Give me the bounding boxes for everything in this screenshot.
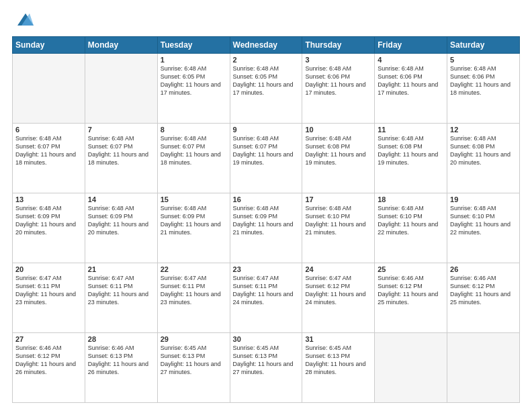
calendar-day-cell xyxy=(375,333,447,403)
day-info: Sunrise: 6:48 AM Sunset: 6:06 PM Dayligh… xyxy=(450,64,517,97)
calendar-day-cell: 19Sunrise: 6:48 AM Sunset: 6:10 PM Dayli… xyxy=(447,193,520,263)
calendar-day-cell: 1Sunrise: 6:48 AM Sunset: 6:05 PM Daylig… xyxy=(157,54,230,124)
day-number: 7 xyxy=(88,126,154,134)
day-info: Sunrise: 6:48 AM Sunset: 6:08 PM Dayligh… xyxy=(378,134,444,167)
day-number: 9 xyxy=(233,126,300,134)
day-number: 10 xyxy=(305,126,371,134)
calendar-week-row: 13Sunrise: 6:48 AM Sunset: 6:09 PM Dayli… xyxy=(13,193,520,263)
calendar-day-cell: 12Sunrise: 6:48 AM Sunset: 6:08 PM Dayli… xyxy=(447,124,520,193)
day-info: Sunrise: 6:48 AM Sunset: 6:09 PM Dayligh… xyxy=(15,204,82,237)
day-info: Sunrise: 6:47 AM Sunset: 6:11 PM Dayligh… xyxy=(88,274,154,307)
day-number: 30 xyxy=(233,335,300,343)
day-info: Sunrise: 6:48 AM Sunset: 6:08 PM Dayligh… xyxy=(305,134,371,167)
calendar-day-cell: 24Sunrise: 6:47 AM Sunset: 6:12 PM Dayli… xyxy=(302,263,375,333)
day-info: Sunrise: 6:48 AM Sunset: 6:06 PM Dayligh… xyxy=(305,64,371,97)
day-info: Sunrise: 6:45 AM Sunset: 6:13 PM Dayligh… xyxy=(161,344,227,377)
calendar-day-cell: 4Sunrise: 6:48 AM Sunset: 6:06 PM Daylig… xyxy=(375,54,447,124)
calendar-week-row: 6Sunrise: 6:48 AM Sunset: 6:07 PM Daylig… xyxy=(13,124,520,193)
day-info: Sunrise: 6:47 AM Sunset: 6:11 PM Dayligh… xyxy=(233,274,300,307)
day-info: Sunrise: 6:48 AM Sunset: 6:10 PM Dayligh… xyxy=(305,204,371,237)
day-info: Sunrise: 6:48 AM Sunset: 6:09 PM Dayligh… xyxy=(161,204,227,237)
day-info: Sunrise: 6:48 AM Sunset: 6:07 PM Dayligh… xyxy=(88,134,154,167)
calendar-day-cell: 16Sunrise: 6:48 AM Sunset: 6:09 PM Dayli… xyxy=(230,193,302,263)
calendar-day-cell: 28Sunrise: 6:46 AM Sunset: 6:13 PM Dayli… xyxy=(85,333,157,403)
day-info: Sunrise: 6:46 AM Sunset: 6:13 PM Dayligh… xyxy=(88,344,154,377)
day-info: Sunrise: 6:45 AM Sunset: 6:13 PM Dayligh… xyxy=(305,344,371,377)
calendar-day-cell: 21Sunrise: 6:47 AM Sunset: 6:11 PM Dayli… xyxy=(85,263,157,333)
day-info: Sunrise: 6:48 AM Sunset: 6:05 PM Dayligh… xyxy=(161,64,227,97)
day-info: Sunrise: 6:48 AM Sunset: 6:07 PM Dayligh… xyxy=(233,134,300,167)
logo xyxy=(12,11,38,30)
day-number: 11 xyxy=(378,126,444,134)
calendar-week-row: 27Sunrise: 6:46 AM Sunset: 6:12 PM Dayli… xyxy=(13,333,520,403)
calendar-day-cell: 20Sunrise: 6:47 AM Sunset: 6:11 PM Dayli… xyxy=(13,263,85,333)
day-number: 20 xyxy=(15,265,82,273)
day-number: 24 xyxy=(305,265,371,273)
calendar-day-cell: 7Sunrise: 6:48 AM Sunset: 6:07 PM Daylig… xyxy=(85,124,157,193)
day-info: Sunrise: 6:47 AM Sunset: 6:12 PM Dayligh… xyxy=(305,274,371,307)
col-monday: Monday xyxy=(85,37,157,54)
col-friday: Friday xyxy=(375,37,447,54)
day-number: 5 xyxy=(450,56,517,64)
calendar-day-cell xyxy=(85,54,157,124)
day-number: 26 xyxy=(450,265,517,273)
day-info: Sunrise: 6:48 AM Sunset: 6:05 PM Dayligh… xyxy=(233,64,300,97)
day-info: Sunrise: 6:48 AM Sunset: 6:08 PM Dayligh… xyxy=(450,134,517,167)
logo-icon xyxy=(12,11,34,30)
calendar-day-cell: 10Sunrise: 6:48 AM Sunset: 6:08 PM Dayli… xyxy=(302,124,375,193)
day-number: 16 xyxy=(233,195,300,203)
day-number: 31 xyxy=(305,335,371,343)
day-number: 12 xyxy=(450,126,517,134)
calendar-day-cell: 27Sunrise: 6:46 AM Sunset: 6:12 PM Dayli… xyxy=(13,333,85,403)
day-info: Sunrise: 6:48 AM Sunset: 6:07 PM Dayligh… xyxy=(161,134,227,167)
calendar-day-cell: 22Sunrise: 6:47 AM Sunset: 6:11 PM Dayli… xyxy=(157,263,230,333)
day-number: 8 xyxy=(161,126,227,134)
day-number: 28 xyxy=(88,335,154,343)
day-info: Sunrise: 6:48 AM Sunset: 6:07 PM Dayligh… xyxy=(15,134,82,167)
calendar-day-cell: 14Sunrise: 6:48 AM Sunset: 6:09 PM Dayli… xyxy=(85,193,157,263)
calendar-day-cell: 11Sunrise: 6:48 AM Sunset: 6:08 PM Dayli… xyxy=(375,124,447,193)
col-sunday: Sunday xyxy=(13,37,85,54)
calendar-day-cell: 17Sunrise: 6:48 AM Sunset: 6:10 PM Dayli… xyxy=(302,193,375,263)
day-number: 18 xyxy=(378,195,444,203)
day-number: 3 xyxy=(305,56,371,64)
calendar-day-cell: 9Sunrise: 6:48 AM Sunset: 6:07 PM Daylig… xyxy=(230,124,302,193)
day-number: 15 xyxy=(161,195,227,203)
day-info: Sunrise: 6:46 AM Sunset: 6:12 PM Dayligh… xyxy=(15,344,82,377)
col-thursday: Thursday xyxy=(302,37,375,54)
day-number: 1 xyxy=(161,56,227,64)
day-info: Sunrise: 6:46 AM Sunset: 6:12 PM Dayligh… xyxy=(378,274,444,307)
calendar-day-cell: 31Sunrise: 6:45 AM Sunset: 6:13 PM Dayli… xyxy=(302,333,375,403)
day-info: Sunrise: 6:46 AM Sunset: 6:12 PM Dayligh… xyxy=(450,274,517,307)
calendar-day-cell: 6Sunrise: 6:48 AM Sunset: 6:07 PM Daylig… xyxy=(13,124,85,193)
calendar-day-cell: 29Sunrise: 6:45 AM Sunset: 6:13 PM Dayli… xyxy=(157,333,230,403)
day-info: Sunrise: 6:47 AM Sunset: 6:11 PM Dayligh… xyxy=(161,274,227,307)
day-number: 22 xyxy=(161,265,227,273)
day-number: 14 xyxy=(88,195,154,203)
day-number: 2 xyxy=(233,56,300,64)
calendar-header-row: Sunday Monday Tuesday Wednesday Thursday… xyxy=(13,37,520,54)
col-wednesday: Wednesday xyxy=(230,37,302,54)
page-header xyxy=(12,11,520,30)
calendar-week-row: 20Sunrise: 6:47 AM Sunset: 6:11 PM Dayli… xyxy=(13,263,520,333)
day-info: Sunrise: 6:48 AM Sunset: 6:06 PM Dayligh… xyxy=(378,64,444,97)
calendar-day-cell xyxy=(13,54,85,124)
calendar-day-cell: 3Sunrise: 6:48 AM Sunset: 6:06 PM Daylig… xyxy=(302,54,375,124)
day-number: 6 xyxy=(15,126,82,134)
calendar-day-cell: 23Sunrise: 6:47 AM Sunset: 6:11 PM Dayli… xyxy=(230,263,302,333)
day-number: 29 xyxy=(161,335,227,343)
calendar-day-cell: 13Sunrise: 6:48 AM Sunset: 6:09 PM Dayli… xyxy=(13,193,85,263)
day-info: Sunrise: 6:45 AM Sunset: 6:13 PM Dayligh… xyxy=(233,344,300,377)
calendar-day-cell: 15Sunrise: 6:48 AM Sunset: 6:09 PM Dayli… xyxy=(157,193,230,263)
day-number: 23 xyxy=(233,265,300,273)
day-info: Sunrise: 6:48 AM Sunset: 6:09 PM Dayligh… xyxy=(88,204,154,237)
day-info: Sunrise: 6:48 AM Sunset: 6:10 PM Dayligh… xyxy=(450,204,517,237)
day-number: 19 xyxy=(450,195,517,203)
calendar-day-cell: 8Sunrise: 6:48 AM Sunset: 6:07 PM Daylig… xyxy=(157,124,230,193)
day-info: Sunrise: 6:48 AM Sunset: 6:10 PM Dayligh… xyxy=(378,204,444,237)
day-info: Sunrise: 6:48 AM Sunset: 6:09 PM Dayligh… xyxy=(233,204,300,237)
day-number: 4 xyxy=(378,56,444,64)
day-info: Sunrise: 6:47 AM Sunset: 6:11 PM Dayligh… xyxy=(15,274,82,307)
col-saturday: Saturday xyxy=(447,37,520,54)
calendar-week-row: 1Sunrise: 6:48 AM Sunset: 6:05 PM Daylig… xyxy=(13,54,520,124)
